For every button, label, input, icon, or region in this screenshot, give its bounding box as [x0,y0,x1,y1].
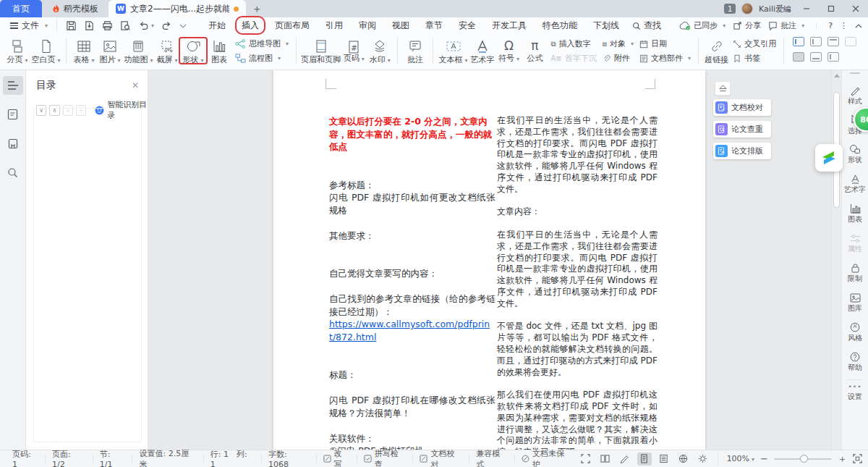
panel-toggle-arrow-icon[interactable] [810,52,822,62]
menu-tab[interactable]: 安全 [451,18,483,33]
notes-pane-button[interactable] [3,105,23,124]
menu-tab[interactable]: 页面布局 [268,18,317,33]
minimize-button[interactable] [797,1,816,17]
sidebar-item-wordart[interactable]: 艺术字 [842,169,868,198]
overwrite-toggle[interactable]: 改写 [317,454,357,464]
document-page[interactable]: 文章以后打分要在 2-0 分之间，文章内容，图文丰富的，就打分高点，一般的就低点… [273,70,705,450]
watermark-button[interactable]: 水印 [367,38,393,65]
help-button[interactable]: ? [828,21,833,30]
zoom-slider[interactable] [774,458,832,460]
menu-tab[interactable]: 开始 [201,18,233,33]
sidebar-handle-icon[interactable] [850,72,860,74]
lightning-pdf-app-logo[interactable] [815,144,843,172]
thesis-layout-button[interactable]: 论文排版 [713,143,771,159]
comment-button[interactable]: 批注 [402,38,428,65]
menu-tab[interactable]: 插入 [234,18,266,33]
user-avatar[interactable] [741,3,753,14]
save-button[interactable] [66,20,77,31]
menu-tab[interactable]: 视图 [385,18,417,33]
print-button[interactable] [102,20,113,31]
sidebar-item-chart[interactable]: 图表 [842,198,868,228]
toc-close-icon[interactable]: ✕ [132,80,139,91]
chart-button[interactable]: 图表 [206,38,232,65]
outline-view-button[interactable] [657,453,671,466]
fullscreen-view-button[interactable] [579,453,593,466]
textbox-button[interactable]: 文本框 [438,38,469,65]
new-tab-button[interactable]: ＋ [246,0,268,17]
print-preview-button[interactable] [120,20,131,31]
toolbar-more-icon[interactable] [179,23,187,29]
page-number-button[interactable]: 页码 [341,38,367,64]
web-view-button[interactable] [676,453,691,466]
undo-button[interactable] [138,21,154,31]
doc-proofread-button[interactable]: 文档校对 [713,99,771,116]
toc-pane-button[interactable] [3,76,23,95]
panel-toggle-check-icon[interactable] [810,37,822,46]
menu-tab[interactable]: 下划线 [586,18,626,33]
blank-page-button[interactable]: 空白页 [30,38,61,65]
protection-status[interactable]: 文档未保护 [515,454,579,464]
comment-menu-button[interactable]: 批注 [768,20,804,31]
zoom-in-button[interactable] [838,453,847,466]
scroll-up-icon[interactable] [834,74,840,77]
panel-toggle-lines-icon[interactable] [827,37,839,46]
panel-toggle-name-box-icon[interactable] [793,37,804,46]
wordart-button[interactable]: 艺术字 [469,38,495,65]
function-chart-button[interactable]: 功能图 [123,38,154,65]
zoom-slider-knob[interactable] [800,455,808,463]
menu-tab[interactable]: 特色功能 [535,18,584,33]
menu-tab[interactable]: 审阅 [352,18,383,33]
toc-list-area[interactable] [33,108,142,442]
sidebar-item-help[interactable]: 帮助 [842,347,868,376]
page-break-button[interactable]: 分页 [4,38,30,65]
shape-button[interactable]: 形状 [180,38,206,65]
sidebar-item-gallery[interactable]: 图库 [842,287,868,317]
zoom-level-button[interactable]: 100% [727,454,754,463]
sidebar-item-settings[interactable]: ••• 设置 [848,383,862,402]
status-word-count[interactable]: 字数: 1068 [262,454,317,464]
search-pane-button[interactable] [3,163,23,182]
menu-tab[interactable]: 引用 [318,18,350,33]
share-button[interactable]: 分享 [733,20,761,31]
screenshot-button[interactable]: 截屏 [154,38,180,65]
sidebar-item-restrict[interactable]: 限制 [842,258,868,287]
find-button[interactable]: 查找 [626,18,667,33]
tab-docer-templates[interactable]: 稻壳模板 [42,0,109,17]
bookmark-pane-button[interactable] [3,134,23,153]
flowchart-button[interactable]: 流程图 [235,53,289,64]
collapse-ribbon-icon[interactable] [855,23,862,28]
sidebar-item-shape[interactable]: 形状 [842,139,868,169]
eye-protection-button[interactable] [696,453,710,466]
tab-document[interactable]: W 文章2——闪电...起步就能搞定！ [109,0,246,17]
sidebar-item-styles[interactable]: 样式 [842,80,868,109]
symbol-button[interactable]: 符号 [495,38,522,64]
proofread-toggle[interactable]: 文档校对 [413,454,469,464]
formula-button[interactable]: 公式 [522,38,548,64]
object-button[interactable]: 对象 [603,38,634,49]
menu-tab[interactable]: 开发工具 [485,18,534,33]
panel-toggle-clock-icon[interactable] [827,52,839,62]
two-page-view-button[interactable] [598,453,613,466]
hyperlink-button[interactable]: 超链接 [703,38,730,65]
vertical-scrollbar[interactable] [831,70,841,450]
cross-reference-button[interactable]: 交叉引用 [733,38,776,49]
zoom-out-button[interactable] [760,453,768,464]
fit-page-button[interactable] [853,454,862,463]
maximize-button[interactable] [822,1,841,17]
thesis-check-button[interactable]: 论文查重 [713,121,771,138]
user-name[interactable]: Kaili爱編 [759,4,791,14]
sync-status-button[interactable]: 已同步 [679,20,726,31]
insert-number-button[interactable]: 插入数字 [550,38,596,49]
more-options-icon[interactable]: ⋮ [840,21,848,30]
menu-tab[interactable]: 章节 [418,18,450,33]
page-view-button[interactable] [637,453,652,466]
doc-parts-button[interactable]: 文档部件 [639,53,691,64]
tab-home[interactable]: 首页 [0,0,42,17]
close-button[interactable] [846,1,865,17]
message-count-badge[interactable]: 1 [724,4,736,14]
picture-button[interactable]: 图片 [97,38,123,65]
redo-button[interactable] [161,21,172,31]
table-button[interactable]: 表格 [71,38,97,65]
mindmap-button[interactable]: 思维导图 [235,38,289,49]
ink-mode-button[interactable] [618,453,632,466]
